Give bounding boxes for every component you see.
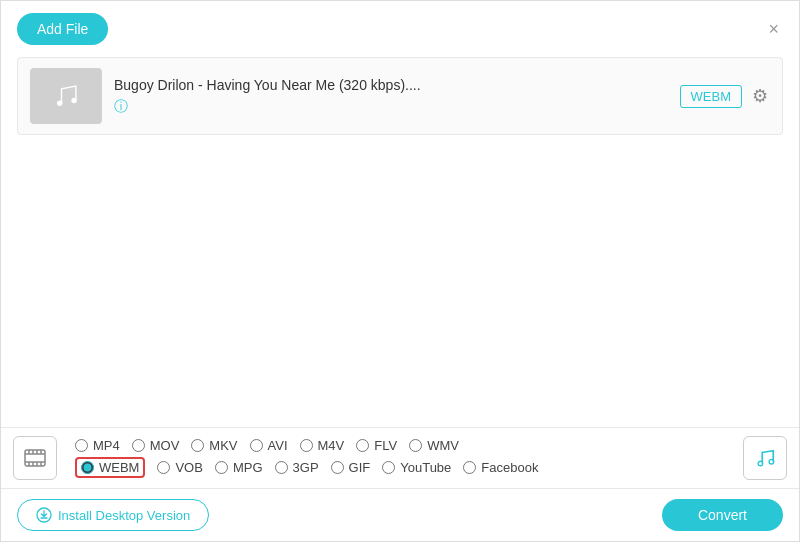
format-row-1: MP4 MOV MKV AVI M4V FLV WM — [69, 436, 735, 455]
format-badge: WEBM — [680, 85, 742, 108]
convert-button[interactable]: Convert — [662, 499, 783, 531]
info-icon[interactable]: ⓘ — [114, 98, 128, 114]
file-list: Bugoy Drilon - Having You Near Me (320 k… — [17, 57, 783, 135]
music-icon — [48, 78, 84, 114]
close-button[interactable]: × — [764, 16, 783, 42]
svg-point-1 — [71, 98, 76, 103]
action-bar: Install Desktop Version Convert — [1, 489, 799, 541]
format-bar: MP4 MOV MKV AVI M4V FLV WM — [1, 428, 799, 489]
add-file-button[interactable]: Add File — [17, 13, 108, 45]
file-name: Bugoy Drilon - Having You Near Me (320 k… — [114, 77, 668, 93]
format-option-wmv[interactable]: WMV — [403, 436, 465, 455]
format-option-3gp[interactable]: 3GP — [269, 458, 325, 477]
film-icon — [23, 446, 47, 470]
format-option-vob[interactable]: VOB — [151, 458, 208, 477]
video-format-icon-button[interactable] — [13, 436, 57, 480]
format-option-mov[interactable]: MOV — [126, 436, 186, 455]
svg-point-14 — [769, 459, 774, 464]
file-item: Bugoy Drilon - Having You Near Me (320 k… — [18, 58, 782, 134]
format-option-m4v[interactable]: M4V — [294, 436, 351, 455]
bottom-bar: MP4 MOV MKV AVI M4V FLV WM — [1, 427, 799, 541]
format-options: MP4 MOV MKV AVI M4V FLV WM — [69, 436, 735, 480]
format-option-gif[interactable]: GIF — [325, 458, 377, 477]
svg-rect-2 — [25, 450, 45, 466]
install-desktop-button[interactable]: Install Desktop Version — [17, 499, 209, 531]
format-option-avi[interactable]: AVI — [244, 436, 294, 455]
file-thumbnail — [30, 68, 102, 124]
format-row-2: WEBM VOB MPG 3GP GIF YouTube — [69, 455, 735, 480]
format-option-youtube[interactable]: YouTube — [376, 458, 457, 477]
format-option-mpg[interactable]: MPG — [209, 458, 269, 477]
settings-button[interactable]: ⚙ — [750, 83, 770, 109]
download-icon — [36, 507, 52, 523]
file-actions: WEBM ⚙ — [680, 83, 770, 109]
music-note-icon — [754, 447, 776, 469]
format-option-mp4[interactable]: MP4 — [69, 436, 126, 455]
svg-point-0 — [57, 101, 62, 106]
header: Add File × — [1, 1, 799, 57]
format-option-mkv[interactable]: MKV — [185, 436, 243, 455]
format-option-flv[interactable]: FLV — [350, 436, 403, 455]
file-info: Bugoy Drilon - Having You Near Me (320 k… — [114, 77, 668, 116]
audio-format-icon-button[interactable] — [743, 436, 787, 480]
format-option-webm[interactable]: WEBM — [69, 455, 151, 480]
format-option-facebook[interactable]: Facebook — [457, 458, 544, 477]
